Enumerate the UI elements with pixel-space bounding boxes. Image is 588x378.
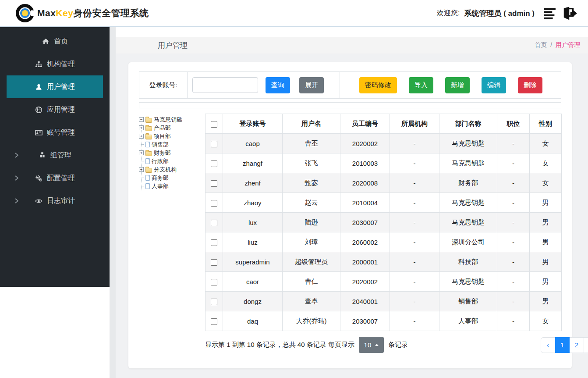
row-checkbox[interactable] [211, 318, 217, 325]
brand-title: MaxKey身份安全管理系统 [37, 7, 149, 19]
table-cell: - [390, 272, 439, 292]
table-cell: dongz [223, 292, 283, 311]
tree-node[interactable]: +财务部 [139, 149, 205, 157]
sidebar-item-users[interactable]: 用户管理 [7, 75, 103, 98]
table-row[interactable]: zhenf甄宓2020008-财务部-女 [205, 173, 562, 193]
sidebar-item-audit[interactable]: 日志审计 [0, 189, 110, 212]
table-cell: 人事部 [439, 311, 497, 331]
table-cell: 男 [530, 272, 562, 292]
sidebar-item-org[interactable]: 机构管理 [0, 53, 110, 75]
import-button[interactable]: 导入 [409, 77, 433, 93]
tree-node-label: 商务部 [152, 174, 169, 182]
tree-node[interactable]: 商务部 [139, 174, 205, 182]
table-cell: - [390, 213, 439, 232]
sidebar-item-label: 机构管理 [47, 60, 75, 69]
tree-node[interactable]: 人事部 [139, 182, 205, 190]
table-cell: - [390, 252, 439, 272]
tree-node[interactable]: 销售部 [139, 140, 205, 149]
table-row[interactable]: zhangf张飞2010003-马克思钥匙-女 [205, 153, 562, 173]
add-button[interactable]: 新增 [445, 77, 470, 93]
table-cell: - [390, 134, 439, 153]
main-area: 用户管理 首页 / 用户管理 登录账号: 查询 展开 [116, 27, 588, 378]
page-1-button[interactable]: 1 [555, 337, 570, 353]
query-button[interactable]: 查询 [266, 77, 290, 93]
row-checkbox[interactable] [211, 259, 217, 266]
prev-page-button[interactable]: ‹ [541, 337, 555, 353]
table-row[interactable]: dongz董卓2040001-销售部-男 [205, 292, 562, 311]
row-checkbox[interactable] [211, 239, 217, 246]
delete-button[interactable]: 删除 [518, 77, 542, 93]
search-input[interactable] [192, 77, 258, 93]
tree-connector [139, 161, 144, 161]
row-checkbox[interactable] [211, 220, 217, 226]
column-header: 所属机构 [390, 114, 439, 134]
search-cell: 查询 展开 [188, 72, 340, 98]
table-cell: - [497, 213, 530, 232]
page-3-button[interactable]: 3 [584, 337, 588, 353]
gears-icon [35, 175, 43, 182]
table-cell: daq [223, 311, 283, 331]
tree-node[interactable]: +分支机构 [139, 165, 205, 174]
sidebar-item-apps[interactable]: 应用管理 [0, 98, 110, 121]
table-cell: zhangf [223, 153, 283, 173]
table-footer: 显示第 1 到第 10 条记录，总共 40 条记录 每页显示 10 条记录 ‹1… [205, 337, 588, 353]
row-checkbox[interactable] [211, 279, 217, 285]
folder-icon [145, 151, 152, 156]
column-header: 用户名 [283, 114, 340, 134]
tree-node-label: 人事部 [152, 182, 169, 190]
expand-icon[interactable]: + [139, 125, 144, 130]
sidebar-item-label: 账号管理 [47, 128, 75, 137]
table-row[interactable]: lux陆逊2030007-马克思钥匙-男 [205, 213, 562, 232]
table-row[interactable]: caor曹仁2020002-马克思钥匙-男 [205, 272, 562, 292]
sidebar-item-label: 首页 [54, 37, 68, 46]
edit-button[interactable]: 编辑 [482, 77, 506, 93]
row-checkbox[interactable] [211, 180, 217, 187]
expand-icon[interactable]: + [139, 150, 144, 155]
table-cell: 马克思钥匙 [439, 193, 497, 213]
breadcrumb-separator: / [550, 41, 552, 48]
table-row[interactable]: zhaoy赵云2010004-马克思钥匙-男 [205, 193, 562, 213]
file-icon [145, 158, 150, 164]
row-checkbox[interactable] [211, 200, 217, 207]
expand-icon[interactable]: + [139, 134, 144, 139]
table-cell: zhaoy [223, 193, 283, 213]
table-cell: 女 [530, 153, 562, 173]
sidebar-item-config[interactable]: 配置管理 [0, 167, 110, 189]
table-cell: 马克思钥匙 [439, 213, 497, 232]
row-checkbox[interactable] [211, 160, 217, 167]
table-row[interactable]: caop曹丕2020002-马克思钥匙-女 [205, 134, 562, 153]
logout-icon[interactable] [562, 7, 577, 20]
page-title: 用户管理 [158, 40, 188, 50]
brand-suffix: 身份安全管理系统 [73, 8, 149, 18]
table-row[interactable]: superadmin超级管理员2000001-科技部-男 [205, 252, 562, 272]
brand-key: Key [56, 8, 73, 18]
collapse-icon[interactable]: − [139, 117, 144, 122]
row-checkbox[interactable] [211, 141, 217, 147]
table-cell: 陆逊 [283, 213, 340, 232]
table-cell: 超级管理员 [283, 252, 340, 272]
select-all-checkbox[interactable] [211, 121, 217, 128]
sidebar-item-home[interactable]: 首页 [0, 30, 110, 53]
change-password-button[interactable]: 密码修改 [359, 77, 397, 93]
sidebar-item-accounts[interactable]: 账号管理 [0, 121, 110, 144]
table-row[interactable]: liuz刘璋2060002-深圳分公司-男 [205, 232, 562, 252]
search-label: 登录账号: [139, 72, 188, 98]
users-table: 登录账号用户名员工编号所属机构部门名称职位性别caop曹丕2020002-马克思… [205, 114, 562, 331]
tree-node[interactable]: 行政部 [139, 157, 205, 165]
sidebar-item-groups[interactable]: 组管理 [0, 144, 110, 167]
sidebar-menu: 首页机构管理用户管理应用管理账号管理组管理配置管理日志审计 [0, 27, 110, 287]
list-icon[interactable] [543, 7, 558, 20]
page-2-button[interactable]: 2 [570, 337, 584, 353]
tree-node[interactable]: −马克思钥匙 [139, 115, 205, 124]
table-row[interactable]: daq大乔(乔玮)2030007-人事部-女 [205, 311, 562, 331]
tree-node[interactable]: +项目部 [139, 132, 205, 140]
logo-core [20, 8, 30, 18]
pagination-info: 显示第 1 到第 10 条记录，总共 40 条记录 每页显示 10 条记录 [205, 337, 408, 353]
expand-icon[interactable]: + [139, 167, 144, 172]
chevron-right-icon [14, 198, 19, 203]
expand-button[interactable]: 展开 [299, 77, 324, 93]
tree-node[interactable]: +产品部 [139, 124, 205, 132]
page-size-dropdown[interactable]: 10 [359, 337, 384, 353]
row-checkbox[interactable] [211, 299, 217, 305]
breadcrumb-home[interactable]: 首页 [535, 41, 547, 48]
